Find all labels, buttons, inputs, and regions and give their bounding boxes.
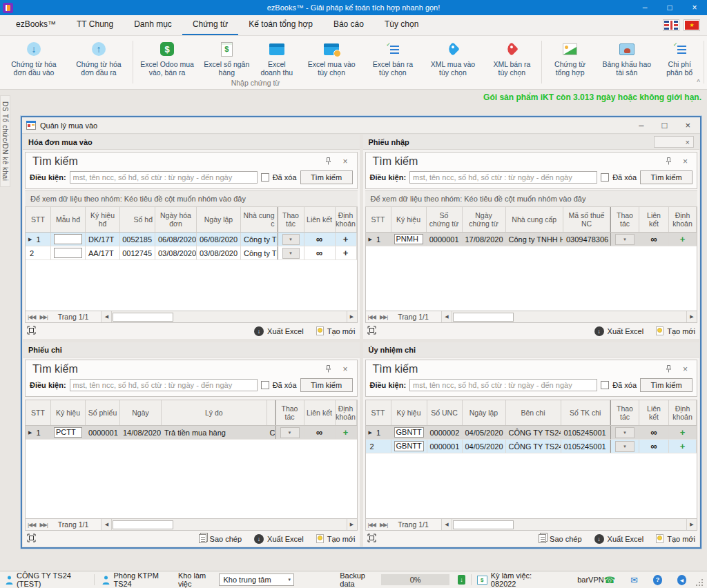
horizontal-scrollbar[interactable]: ◀ ▶ (101, 519, 356, 530)
close-icon[interactable]: × (683, 157, 688, 166)
menu-ke-toan-tong-hop[interactable]: Kế toán tổng hợp (238, 15, 323, 35)
actions-dropdown[interactable]: ▼ (280, 427, 300, 438)
side-dock-tab[interactable]: DS Tổ chức/DN kê khai (0, 95, 10, 187)
scrollbar-thumb[interactable] (113, 313, 173, 322)
search-button[interactable]: Tìm kiếm (640, 170, 693, 184)
column-header[interactable]: Ngày lập (197, 207, 241, 232)
column-header[interactable]: STT (26, 207, 51, 232)
link-icon[interactable]: ∞ (650, 428, 657, 437)
fit-screen-icon[interactable] (27, 533, 36, 544)
last-page-icon[interactable]: ▶▶| (37, 522, 49, 528)
create-new-button[interactable]: Tạo mới (316, 534, 356, 543)
menu-tt-chung[interactable]: TT Chung (66, 15, 124, 35)
column-header[interactable]: Liên kết (304, 400, 336, 425)
table-row[interactable]: ▶1 PNMH 0000001 17/08/2020 Công ty TNHH … (366, 233, 697, 246)
last-page-icon[interactable]: ▶▶| (378, 314, 389, 320)
scroll-right-icon[interactable]: ▶ (686, 311, 697, 322)
pin-icon[interactable] (325, 157, 331, 166)
scrollbar-thumb[interactable] (113, 520, 173, 529)
column-header[interactable]: STT (366, 400, 391, 425)
scrollbar-thumb[interactable] (453, 313, 514, 322)
add-entry-icon[interactable]: + (343, 235, 349, 244)
create-new-button[interactable]: Tạo mới (316, 326, 356, 335)
link-icon[interactable]: ∞ (316, 235, 322, 244)
column-header[interactable]: Định khoản (336, 400, 357, 425)
actions-dropdown[interactable]: ▼ (615, 234, 635, 245)
cell-editor[interactable] (54, 234, 82, 244)
pin-icon[interactable] (666, 365, 672, 374)
column-header[interactable]: Thao tác (275, 400, 304, 425)
column-header[interactable]: Lý do (162, 400, 267, 425)
ribbon-chung-tu-hoa-don-dau-ra[interactable]: ↑ Chứng từ hóa đơn đầu ra (66, 40, 131, 77)
search-input[interactable] (70, 379, 258, 391)
column-header[interactable]: Số chứng từ (427, 207, 463, 232)
search-button[interactable]: Tìm kiếm (640, 378, 693, 392)
column-header[interactable]: Số phiếu (86, 400, 120, 425)
deleted-checkbox[interactable] (261, 381, 269, 389)
add-entry-icon[interactable]: + (680, 442, 686, 451)
column-header[interactable]: Thao tác (610, 400, 639, 425)
column-header[interactable]: Mẫu hđ (51, 207, 86, 232)
export-excel-button[interactable]: ↓Xuất Excel (594, 534, 644, 544)
column-header[interactable]: Ký hiệu (391, 400, 427, 425)
table-row[interactable]: ▶1 GBNTT 0000002 04/05/2020 CÔNG TY TS24… (366, 426, 697, 440)
copy-button[interactable]: Sao chép (539, 534, 581, 543)
phone-icon[interactable]: ☎ (604, 575, 615, 585)
ribbon-xml-ban-ra-tuy-chon[interactable]: XML bán ra tùy chọn (484, 40, 541, 77)
add-entry-icon[interactable]: + (680, 428, 686, 437)
create-new-button[interactable]: Tạo mới (656, 326, 695, 335)
fit-screen-icon[interactable] (367, 533, 376, 544)
column-header[interactable]: STT (26, 400, 51, 425)
inner-maximize-button[interactable]: □ (662, 120, 668, 130)
actions-dropdown[interactable]: ▼ (282, 234, 300, 245)
ribbon-chung-tu-hoa-don-dau-vao[interactable]: ↓ Chứng từ hóa đơn đầu vào (1, 40, 66, 77)
mail-icon[interactable]: ✉ (630, 575, 638, 585)
column-header[interactable]: Nhà cung c (241, 207, 278, 232)
scrollbar-thumb[interactable] (453, 520, 514, 529)
ribbon-excel-odoo[interactable]: $ Excel Odoo mua vào, bán ra (135, 40, 200, 77)
ribbon-xml-mua-vao-tuy-chon[interactable]: XML mua vào tùy chọn (422, 40, 483, 77)
cell-editor[interactable] (54, 248, 82, 258)
column-header[interactable]: Định khoản (669, 207, 697, 232)
panel-close-button[interactable]: × (654, 136, 694, 148)
fit-screen-icon[interactable] (367, 326, 376, 336)
minimize-button[interactable]: – (632, 0, 657, 15)
export-excel-button[interactable]: ↓Xuất Excel (594, 326, 644, 336)
link-icon[interactable]: ∞ (650, 442, 657, 451)
column-header[interactable]: Ký hiệu hđ (86, 207, 120, 232)
help-icon[interactable]: ? (653, 575, 662, 585)
column-header[interactable]: Liên kết (639, 207, 669, 232)
link-icon[interactable]: ∞ (650, 235, 657, 244)
download-status-icon[interactable]: ↓ (458, 575, 465, 585)
horizontal-scrollbar[interactable]: ◀ ▶ (441, 311, 697, 322)
table-row[interactable]: 2 GBNTT 0000001 04/05/2020 CÔNG TY TS24 … (366, 440, 697, 453)
column-header[interactable]: Liên kết (304, 207, 336, 232)
horizontal-scrollbar[interactable]: ◀ ▶ (441, 519, 697, 530)
pin-icon[interactable] (325, 365, 331, 374)
inner-minimize-button[interactable]: – (639, 120, 643, 130)
column-header[interactable]: Ký hiệu (51, 400, 86, 425)
ribbon-excel-so-ngan-hang[interactable]: $ Excel sổ ngân hàng (200, 40, 254, 77)
link-icon[interactable]: ∞ (316, 428, 322, 437)
column-header[interactable]: Ký hiệu (391, 207, 427, 232)
column-header[interactable]: Nhà cung cấp (506, 207, 564, 232)
scroll-left-icon[interactable]: ◀ (442, 311, 452, 322)
column-header[interactable]: Mã số thuế NC (563, 207, 610, 232)
last-page-icon[interactable]: ▶▶| (378, 522, 389, 528)
deleted-checkbox[interactable] (601, 381, 609, 389)
cell-editor[interactable]: PCTT (54, 427, 82, 438)
last-page-icon[interactable]: ▶▶| (37, 314, 49, 320)
inner-close-button[interactable]: × (685, 120, 690, 130)
ribbon-chung-tu-tong-hop[interactable]: Chứng từ tổng hợp (543, 40, 597, 77)
search-button[interactable]: Tìm kiếm (300, 170, 353, 184)
create-new-button[interactable]: Tạo mới (656, 534, 695, 543)
warehouse-select[interactable]: Kho trung tâm ▼ (219, 574, 294, 586)
search-input[interactable] (409, 171, 597, 184)
column-header[interactable]: Số UNC (427, 400, 463, 425)
ribbon-bang-khau-hao-tai-san[interactable]: Bảng khấu hao tài sản (597, 40, 657, 77)
scroll-right-icon[interactable]: ▶ (686, 519, 697, 530)
inner-window-titlebar[interactable]: Quản lý mua vào – □ × (22, 117, 700, 134)
scroll-right-icon[interactable]: ▶ (347, 519, 357, 530)
column-header[interactable]: STT (366, 207, 391, 232)
actions-dropdown[interactable]: ▼ (615, 427, 635, 438)
